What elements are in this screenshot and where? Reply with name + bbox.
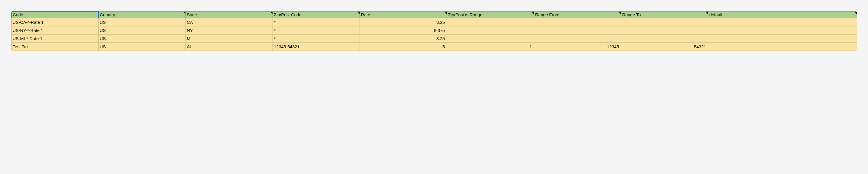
cell-range-from[interactable] [534,26,621,35]
cell-range-from[interactable]: 12345 [534,43,621,51]
cell-range-to[interactable]: 54321 [621,43,708,51]
header-rate[interactable]: Rate [360,11,446,18]
cell-zip[interactable]: * [273,18,360,26]
corner-mark-icon [531,11,534,14]
cell-zip[interactable]: 12345-54321 [273,43,360,51]
cell-is-range[interactable]: 1 [446,43,534,51]
header-label: Country [100,12,115,17]
cell-is-range[interactable] [446,35,534,43]
cell-code[interactable]: Test Tax [11,43,98,51]
cell-country[interactable]: US [98,26,185,35]
cell-range-from[interactable] [534,18,621,26]
header-code[interactable]: Code [11,11,98,18]
cell-range-to[interactable] [621,26,708,35]
cell-code[interactable]: US-MI-*-Rate 1 [11,35,98,43]
spreadsheet-container: Code Country State Zip/Post Code Rate Zi… [11,11,857,51]
cell-state[interactable]: MI [185,35,273,43]
cell-country[interactable]: US [98,43,185,51]
cell-default[interactable] [708,26,857,35]
cell-code[interactable]: US-NY-*-Rate 1 [11,26,98,35]
corner-mark-icon [706,11,708,14]
cell-rate[interactable]: 8.25 [360,18,446,26]
header-range-from[interactable]: Range From [534,11,621,18]
cell-zip[interactable]: * [273,35,360,43]
cell-range-from[interactable] [534,35,621,43]
cell-rate[interactable]: 8.25 [360,35,446,43]
corner-mark-icon [855,11,857,14]
cell-zip[interactable]: * [273,26,360,35]
header-range-to[interactable]: Range To [621,11,708,18]
cell-country[interactable]: US [98,35,185,43]
header-label: default [709,12,722,17]
cell-is-range[interactable] [446,18,534,26]
table-row: US-NY-*-Rate 1USNY*8.375 [11,26,857,35]
cell-range-to[interactable] [621,18,708,26]
corner-mark-icon [444,11,446,14]
cell-range-to[interactable] [621,35,708,43]
header-label: Zip/Post is Range [448,12,482,17]
header-state[interactable]: State [185,11,273,18]
header-label: Zip/Post Code [274,12,302,17]
header-label: Rate [361,12,370,17]
cell-default[interactable] [708,18,857,26]
cell-state[interactable]: CA [185,18,273,26]
corner-mark-icon [618,11,621,14]
header-default[interactable]: default [708,11,857,18]
cell-rate[interactable]: 5 [360,43,446,51]
corner-mark-icon [183,11,185,14]
cell-is-range[interactable] [446,26,534,35]
corner-mark-icon [357,11,360,14]
tax-rate-table: Code Country State Zip/Post Code Rate Zi… [11,11,857,51]
cell-rate[interactable]: 8.375 [360,26,446,35]
table-row: Test TaxUSAL12345-54321511234554321 [11,43,857,51]
cell-default[interactable] [708,35,857,43]
header-label: Range From [535,12,559,17]
corner-mark-icon [270,11,273,14]
table-row: US-MI-*-Rate 1USMI*8.25 [11,35,857,43]
header-zip[interactable]: Zip/Post Code [273,11,360,18]
cell-country[interactable]: US [98,18,185,26]
cell-state[interactable]: NY [185,26,273,35]
cell-state[interactable]: AL [185,43,273,51]
cell-code[interactable]: US-CA-*-Rate 1 [11,18,98,26]
header-label: Code [13,12,23,17]
header-label: Range To [622,12,641,17]
table-row: US-CA-*-Rate 1USCA*8.25 [11,18,857,26]
header-label: State [187,12,197,17]
header-row: Code Country State Zip/Post Code Rate Zi… [11,11,857,18]
header-country[interactable]: Country [98,11,185,18]
cell-default[interactable] [708,43,857,51]
header-is-range[interactable]: Zip/Post is Range [446,11,534,18]
